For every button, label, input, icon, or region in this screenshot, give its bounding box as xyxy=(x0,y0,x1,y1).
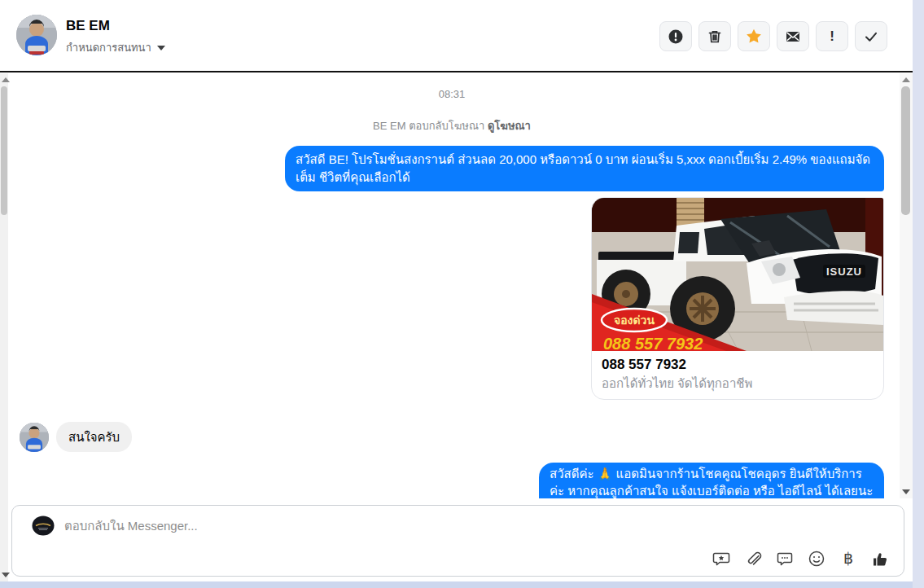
delete-button[interactable] xyxy=(698,21,731,51)
comment-button[interactable] xyxy=(776,550,794,568)
mark-done-button[interactable] xyxy=(855,21,887,51)
messenger-inbox-window: BE EM กำหนดการสนทนา xyxy=(0,0,913,581)
scrollbar-thumb[interactable] xyxy=(901,86,910,215)
avatar-image xyxy=(16,15,57,55)
incoming-message-row: สนใจครับ xyxy=(20,422,132,452)
composer-toolbar: ฿ xyxy=(712,550,889,568)
mark-unread-button[interactable] xyxy=(777,21,809,51)
trash-icon xyxy=(707,29,723,45)
truck-brand-text: ISUZU xyxy=(826,265,862,278)
truck-photo: ISUZU xyxy=(592,198,884,351)
star-icon xyxy=(745,28,763,46)
card-phone-number: 088 557 7932 xyxy=(602,355,874,375)
avatar[interactable] xyxy=(16,15,57,55)
chevron-down-icon xyxy=(157,46,165,50)
sender-avatar-image xyxy=(20,423,49,452)
scroll-down-arrow-icon[interactable] xyxy=(902,489,910,494)
window-bottom-strip xyxy=(0,581,913,588)
paperclip-icon xyxy=(744,550,762,568)
left-panel-scrollbar[interactable] xyxy=(0,73,8,581)
conversation-title: BE EM xyxy=(66,18,110,34)
report-button[interactable] xyxy=(659,21,692,51)
scroll-up-arrow-icon[interactable] xyxy=(2,77,10,82)
card-footer: 088 557 7932 ออกได้ทั่วไทย จัดได้ทุกอาชี… xyxy=(592,351,883,399)
scrollbar-thumb[interactable] xyxy=(1,86,7,215)
header-action-bar: ! xyxy=(659,21,887,51)
urgent-booking-badge: จองด่วน xyxy=(614,314,655,327)
emoji-button[interactable] xyxy=(808,550,825,568)
reply-composer: ฿ xyxy=(11,505,904,577)
saved-replies-icon xyxy=(712,550,730,568)
window-edge-strip xyxy=(913,0,924,588)
phone-overlay-text: 088 557 7932 xyxy=(603,335,703,351)
scroll-up-arrow-icon[interactable] xyxy=(902,77,910,82)
page-logo xyxy=(32,516,55,536)
ad-attachment-card[interactable]: ISUZU xyxy=(591,197,884,400)
schedule-conversation-dropdown[interactable]: กำหนดการสนทนา xyxy=(66,39,165,56)
incoming-message[interactable]: สนใจครับ xyxy=(56,422,132,452)
exclamation-circle-icon xyxy=(668,29,684,45)
comment-icon xyxy=(776,550,794,568)
star-button[interactable] xyxy=(738,21,770,51)
ad-context-text: BE EM ตอบกลับโฆษณา xyxy=(373,120,484,132)
view-ad-link[interactable]: ดูโฆษณา xyxy=(488,120,531,132)
thumbs-up-icon xyxy=(871,549,889,569)
like-button[interactable] xyxy=(871,550,889,568)
envelope-icon xyxy=(785,29,801,45)
exclamation-icon: ! xyxy=(830,29,834,45)
saved-replies-button[interactable] xyxy=(712,550,730,568)
thread-scrollbar[interactable] xyxy=(900,73,913,498)
outgoing-message-promo[interactable]: สวัสดี BE! โปรโมชั่นสงกรานต์ ส่วนลด 20,0… xyxy=(285,146,884,191)
reply-input[interactable] xyxy=(64,512,634,538)
conversation-header: BE EM กำหนดการสนทนา xyxy=(0,0,913,72)
priority-button[interactable]: ! xyxy=(816,21,848,51)
sender-avatar[interactable] xyxy=(20,423,49,452)
baht-icon: ฿ xyxy=(843,550,853,568)
check-icon xyxy=(863,29,879,45)
scroll-down-arrow-icon[interactable] xyxy=(2,573,10,577)
schedule-label: กำหนดการสนทนา xyxy=(66,39,151,56)
outgoing-message-greeting[interactable]: สวัสดีค่ะ 🙏 แอดมินจากร้านโชคคูณโชคอุดร ย… xyxy=(539,463,884,498)
attach-button[interactable] xyxy=(744,550,762,568)
payment-button[interactable]: ฿ xyxy=(839,550,857,568)
message-thread: 08:31 BE EM ตอบกลับโฆษณา ดูโฆษณา สวัสดี … xyxy=(8,73,899,498)
ad-context-line: BE EM ตอบกลับโฆษณา ดูโฆษณา xyxy=(20,117,884,134)
timestamp: 08:31 xyxy=(20,88,884,100)
card-subtitle: ออกได้ทั่วไทย จัดได้ทุกอาชีพ xyxy=(602,375,874,393)
emoji-icon xyxy=(808,550,825,568)
